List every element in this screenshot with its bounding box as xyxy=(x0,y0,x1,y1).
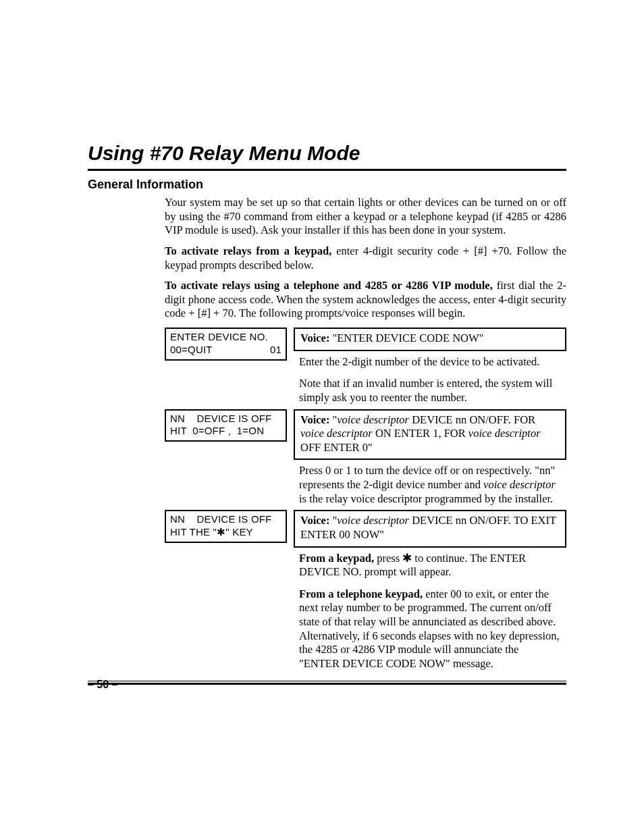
voice-italic-c: voice descriptor xyxy=(468,427,541,440)
desc-1a: Enter the 2-digit number of the device t… xyxy=(294,351,566,373)
lcd-display-1: ENTER DEVICE NO. 00=QUIT 01 xyxy=(165,328,287,361)
lcd-line2: 00=QUIT 01 xyxy=(170,344,281,357)
voice-box-2: Voice: "voice descriptor DEVICE nn ON/OF… xyxy=(294,409,566,461)
voice-box-1: Voice: "ENTER DEVICE CODE NOW" xyxy=(294,328,566,351)
lcd-line2-left: HIT 0=OFF , 1=ON xyxy=(170,425,264,438)
para-keypad: To activate relays from a keypad, enter … xyxy=(165,244,566,272)
rule-thin xyxy=(88,681,566,681)
lcd-line1: ENTER DEVICE NO. xyxy=(170,331,281,344)
voice-box-3: Voice: "voice descriptor DEVICE nn ON/OF… xyxy=(294,510,566,547)
voice-mid1: DEVICE nn ON/OFF. FOR xyxy=(409,413,535,426)
lcd-line1: NN DEVICE IS OFF xyxy=(170,413,281,425)
lcd-display-2: NN DEVICE IS OFF HIT 0=OFF , 1=ON xyxy=(165,409,287,442)
lcd-line2-right: 01 xyxy=(270,344,281,357)
lcd-line2-left: 00=QUIT xyxy=(170,344,213,357)
instruction-col-2: Voice: "voice descriptor DEVICE nn ON/OF… xyxy=(294,409,566,511)
para-intro: Your system may be set up so that certai… xyxy=(165,196,566,238)
desc-3b-bold: From a telephone keypad, xyxy=(299,588,423,600)
voice-label: Voice: xyxy=(300,413,329,426)
bottom-double-rule xyxy=(88,681,566,685)
instruction-row-1: ENTER DEVICE NO. 00=QUIT 01 Voice: "ENTE… xyxy=(165,328,566,409)
voice-label: Voice: xyxy=(300,332,329,344)
desc-1b: Note that if an invalid number is entere… xyxy=(294,373,566,409)
instruction-col-1: Voice: "ENTER DEVICE CODE NOW" Enter the… xyxy=(294,328,566,409)
voice-mid2: ON ENTER 1, FOR xyxy=(373,427,468,440)
voice-italic-a: voice descriptor xyxy=(337,514,409,527)
lcd-line2: HIT THE "✱" KEY xyxy=(170,526,281,539)
lcd-line2: HIT 0=OFF , 1=ON xyxy=(170,425,281,438)
desc-3b: From a telephone keypad, enter 00 to exi… xyxy=(294,583,566,675)
body-content: Your system may be set up so that certai… xyxy=(165,196,566,675)
instruction-row-2: NN DEVICE IS OFF HIT 0=OFF , 1=ON Voice:… xyxy=(165,409,566,511)
para-keypad-lead: To activate relays from a keypad, xyxy=(165,244,331,257)
lcd-display-3: NN DEVICE IS OFF HIT THE "✱" KEY xyxy=(165,510,287,543)
lcd-line2-left: HIT THE "✱" KEY xyxy=(170,526,253,539)
voice-end: OFF ENTER 0" xyxy=(300,441,373,454)
instruction-row-3: NN DEVICE IS OFF HIT THE "✱" KEY Voice: … xyxy=(165,510,566,675)
chapter-title: Using #70 Relay Menu Mode xyxy=(88,142,566,165)
desc-3a: From a keypad, press ✱ to continue. The … xyxy=(294,548,566,583)
para-phone-lead: To activate relays using a telephone and… xyxy=(165,279,493,292)
para-phone: To activate relays using a telephone and… xyxy=(165,279,566,321)
voice-text: "ENTER DEVICE CODE NOW" xyxy=(329,332,483,344)
desc-3a-bold: From a keypad, xyxy=(299,552,374,565)
rule-heavy xyxy=(88,683,566,685)
voice-italic-b: voice descriptor xyxy=(300,427,373,440)
page-number: – 50 – xyxy=(88,679,117,691)
page: Using #70 Relay Menu Mode General Inform… xyxy=(0,0,644,834)
desc-2-italic: voice descriptor xyxy=(483,478,556,491)
section-title: General Information xyxy=(88,178,566,192)
voice-italic-a: voice descriptor xyxy=(337,413,409,426)
instruction-col-3: Voice: "voice descriptor DEVICE nn ON/OF… xyxy=(294,510,566,675)
voice-label: Voice: xyxy=(300,514,329,527)
desc-2b: is the relay voice descriptor programmed… xyxy=(299,492,553,505)
lcd-line1: NN DEVICE IS OFF xyxy=(170,513,281,526)
desc-2: Press 0 or 1 to turn the device off or o… xyxy=(294,460,566,510)
title-rule xyxy=(88,169,566,171)
